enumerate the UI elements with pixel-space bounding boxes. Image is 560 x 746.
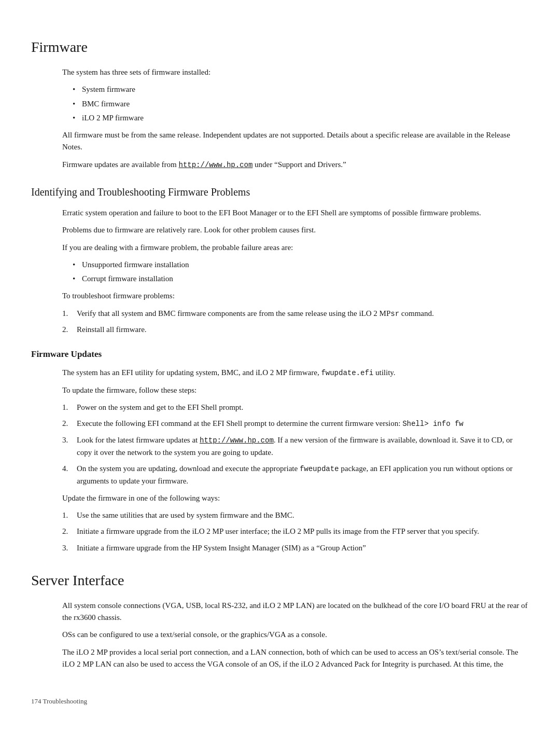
- firmware-content: The system has three sets of firmware in…: [31, 66, 529, 171]
- update-step4-code: fweupdate: [300, 465, 339, 473]
- server-para-2: OSs can be configured to use a text/seri…: [62, 629, 529, 641]
- step1-after: command.: [399, 309, 434, 317]
- firmware-updates-content: The system has an EFI utility for updati…: [31, 367, 529, 554]
- list-item: Power on the system and get to the EFI S…: [62, 402, 529, 413]
- footer-page-number: 174: [31, 697, 41, 705]
- hp-link-2[interactable]: http://www.hp.com: [200, 436, 274, 445]
- update-ways-intro: Update the firmware in one of the follow…: [62, 492, 529, 504]
- update-steps-list: Power on the system and get to the EFI S…: [62, 402, 529, 487]
- server-para-1: All system console connections (VGA, USB…: [62, 600, 529, 624]
- identifying-bullet-list: Unsupported firmware installation Corrup…: [73, 259, 529, 285]
- firmware-link-before: Firmware updates are available from: [62, 160, 179, 169]
- list-item: Execute the following EFI command at the…: [62, 418, 529, 430]
- page-footer: 174 Troubleshooting: [31, 696, 529, 707]
- update-step2-code: Shell> info fw: [402, 420, 464, 428]
- identifying-heading: Identifying and Troubleshooting Firmware…: [31, 184, 529, 200]
- server-interface-content: All system console connections (VGA, USB…: [31, 600, 529, 670]
- list-item: System firmware: [73, 84, 529, 95]
- update-step4-before: On the system you are updating, download…: [77, 464, 300, 473]
- way1-text: Use the same utilities that are used by …: [77, 511, 295, 519]
- footer-section: Troubleshooting: [43, 697, 87, 705]
- update-step3-before: Look for the latest firmware updates at: [77, 436, 200, 444]
- fwupdate-intro: The system has an EFI utility for updati…: [62, 367, 529, 379]
- list-item: BMC firmware: [73, 98, 529, 110]
- step1-code: sr: [390, 310, 399, 318]
- list-item: iLO 2 MP firmware: [73, 112, 529, 124]
- update-steps-intro: To update the firmware, follow these ste…: [62, 384, 529, 396]
- firmware-link-after: under “Support and Drivers.”: [253, 160, 346, 169]
- troubleshoot-steps: Verify that all system and BMC firmware …: [62, 308, 529, 336]
- update-step2-before: Execute the following EFI command at the…: [77, 419, 402, 427]
- list-item: Verify that all system and BMC firmware …: [62, 308, 529, 320]
- list-item: On the system you are updating, download…: [62, 463, 529, 487]
- server-para-3: The iLO 2 MP provides a local serial por…: [62, 646, 529, 671]
- list-item: Look for the latest firmware updates at …: [62, 434, 529, 459]
- identifying-para-1: Erratic system operation and failure to …: [62, 207, 529, 219]
- firmware-link-paragraph: Firmware updates are available from http…: [62, 159, 529, 171]
- fwupdate-code: fwupdate.efi: [321, 369, 373, 377]
- identifying-para-2: Problems due to firmware are relatively …: [62, 224, 529, 236]
- firmware-bullet-list: System firmware BMC firmware iLO 2 MP fi…: [73, 84, 529, 124]
- way2-text: Initiate a firmware upgrade from the iLO…: [77, 527, 479, 535]
- update-ways-list: Use the same utilities that are used by …: [62, 509, 529, 554]
- list-item: Corrupt firmware installation: [73, 273, 529, 285]
- identifying-content: Erratic system operation and failure to …: [31, 207, 529, 336]
- list-item: Initiate a firmware upgrade from the iLO…: [62, 526, 529, 537]
- step1-before: Verify that all system and BMC firmware …: [77, 309, 390, 317]
- list-item: Initiate a firmware upgrade from the HP …: [62, 542, 529, 554]
- server-interface-heading: Server Interface: [31, 570, 529, 591]
- fwupdate-before: The system has an EFI utility for updati…: [62, 368, 321, 377]
- identifying-para-3: If you are dealing with a firmware probl…: [62, 242, 529, 254]
- firmware-updates-heading: Firmware Updates: [31, 348, 529, 361]
- fwupdate-after: utility.: [373, 368, 395, 377]
- firmware-all-paragraph: All firmware must be from the same relea…: [62, 129, 529, 154]
- firmware-heading: Firmware: [31, 36, 529, 58]
- list-item: Unsupported firmware installation: [73, 259, 529, 271]
- page-content: Firmware The system has three sets of fi…: [31, 36, 529, 707]
- troubleshoot-intro: To troubleshoot firmware problems:: [62, 290, 529, 302]
- update-step1: Power on the system and get to the EFI S…: [77, 403, 243, 411]
- hp-link-1[interactable]: http://www.hp.com: [179, 161, 253, 169]
- list-item: Use the same utilities that are used by …: [62, 509, 529, 521]
- list-item: Reinstall all firmware.: [62, 324, 529, 336]
- way3-text: Initiate a firmware upgrade from the HP …: [77, 544, 366, 552]
- firmware-intro: The system has three sets of firmware in…: [62, 66, 529, 78]
- step2-text: Reinstall all firmware.: [77, 325, 147, 334]
